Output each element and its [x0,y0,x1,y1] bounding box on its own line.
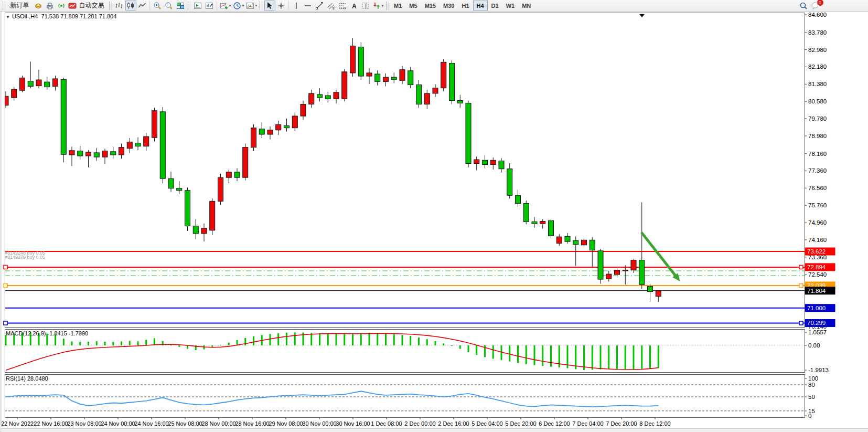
price-tick-label: 79.780 [808,115,827,122]
macd-tick-label: 0.00 [808,342,820,349]
crosshair-button[interactable] [276,1,287,10]
rsi-name: RSI(14) [6,375,26,382]
vertical-line-button[interactable] [291,1,302,10]
rsi-tick-label: 100 [808,375,818,382]
svg-text:T: T [365,3,368,9]
zoom-out-button[interactable] [164,1,175,10]
toolbar-grip[interactable] [188,2,190,10]
time-label: 30 Nov 00:00 [302,420,336,427]
cursor-button[interactable] [264,1,275,10]
new-chart-button[interactable] [192,1,203,10]
chart-window: 84.60083.78082.98082.18081.38080.58079.7… [0,12,868,432]
broadcast-icon [57,2,66,10]
channel-button[interactable]: E [326,1,337,10]
macd-name: MACD(12,26,9) [6,330,46,336]
chart-title: ▼USOil-,H4 71.538 71.809 71.281 71.804 [6,13,116,19]
rsi-value: 28.0480 [27,375,48,382]
timeframe-button-M5[interactable]: M5 [405,1,421,10]
zoom-in-button[interactable] [152,1,163,10]
time-label: 2 Dec 16:00 [438,420,469,427]
mt4-window: 新订单 自动交易 ▾ ▾ ▾ E F A T ▾ M [0,0,868,432]
print-button[interactable] [45,1,56,10]
price-tick-label: 76.560 [808,185,827,191]
horizontal-line-button[interactable] [303,1,314,10]
price-badge-label: 71.000 [807,305,826,311]
line-handle[interactable] [4,284,7,288]
tile-windows-button[interactable] [175,1,186,10]
price-tick-label: 80.580 [808,98,827,104]
time-label: 7 Dec 20:00 [606,420,637,427]
line-handle[interactable] [799,265,803,269]
dropdown-arrow-icon: ▾ [242,3,244,8]
chart-shift-button[interactable] [204,1,215,10]
timeframe-button-M1[interactable]: M1 [390,1,405,10]
symbol-dropdown-icon[interactable]: ▼ [6,15,10,19]
time-label: 23 Nov 08:00 [67,420,101,427]
fibonacci-icon: F [338,2,347,10]
timeframe-button-M15[interactable]: M15 [421,1,440,10]
crosshair-icon [277,2,285,10]
timeframe-button-D1[interactable]: D1 [488,1,502,10]
price-badge-label: 73.622 [807,248,826,255]
macd-tick-label: 1.0557 [808,329,827,335]
period-button[interactable]: ▾ [232,1,245,10]
time-label: 1 Dec 08:00 [371,420,402,427]
price-axis: 84.60083.78082.98082.18081.38080.58079.7… [805,12,829,419]
timeframe-button-MN[interactable]: MN [518,1,534,10]
time-label: 5 Dec 20:00 [505,420,536,427]
order-label: #8149279 buy 0.05 [5,255,45,259]
print-icon [46,2,54,10]
rsi-line [6,391,658,407]
svg-text:E: E [333,7,335,10]
notification-badge: 1 [817,0,824,6]
time-label: 6 Dec 12:00 [539,420,570,427]
rsi-indicator-label: RSI(14) 28.0480 [6,375,48,382]
chart-canvas[interactable]: 84.60083.78082.98082.18081.38080.58079.7… [2,12,868,432]
template-button[interactable]: ▾ [245,1,258,10]
text-label-button[interactable]: T [360,1,371,10]
time-label: 28 Nov 00:00 [201,420,235,427]
trendline-button[interactable] [314,1,325,10]
fibonacci-button[interactable]: F [337,1,348,10]
time-label: 7 Dec 04:00 [572,420,603,427]
pane-border [5,13,805,328]
line-handle[interactable] [4,265,7,269]
toolbar: 新订单 自动交易 ▾ ▾ ▾ E F A T ▾ M [0,0,868,12]
line-handle[interactable] [799,321,803,325]
toolbar-grip[interactable] [260,2,262,10]
channel-icon: E [327,2,335,10]
line-handle[interactable] [4,321,7,325]
toolbar-grip[interactable] [109,2,112,10]
line-handle[interactable] [799,284,803,288]
timeframe-button-H1[interactable]: H1 [458,1,473,10]
time-label: 5 Dec 04:00 [471,420,502,427]
toolbar-grip[interactable] [386,2,389,10]
svg-text:A: A [352,2,357,9]
timeframe-button-H4[interactable]: H4 [473,1,488,10]
price-tick-label: 72.540 [808,271,827,278]
line-chart-button[interactable] [137,1,148,10]
pane-border [5,330,805,373]
arrows-button[interactable]: ▾ [372,1,384,10]
add-indicator-button[interactable]: ▾ [219,1,232,10]
timeframe-button-W1[interactable]: W1 [502,1,519,10]
time-label: 24 Nov 16:00 [134,420,168,427]
macd-signal-line [6,333,658,370]
tile-windows-icon [176,2,185,10]
price-badge-label: 71.804 [807,288,826,294]
new-order-button[interactable]: 新订单 [7,1,33,10]
toolbar-grip[interactable] [3,2,5,10]
timeframe-button-M30[interactable]: M30 [440,1,458,10]
candlestick-chart-button[interactable] [125,1,136,10]
hlines-layer [5,251,805,323]
text-button[interactable]: A [349,1,360,10]
broadcast-button[interactable] [56,1,67,10]
notifications-button[interactable]: 1 [810,1,821,10]
autotrading-button[interactable]: 自动交易 [68,1,108,10]
profile-icon [34,2,42,10]
candlestick-chart-icon [126,2,135,10]
rsi-tick-label: 80 [808,382,815,388]
bar-chart-button[interactable] [114,1,125,10]
search-button[interactable] [798,1,809,10]
profile-button[interactable] [33,1,44,10]
